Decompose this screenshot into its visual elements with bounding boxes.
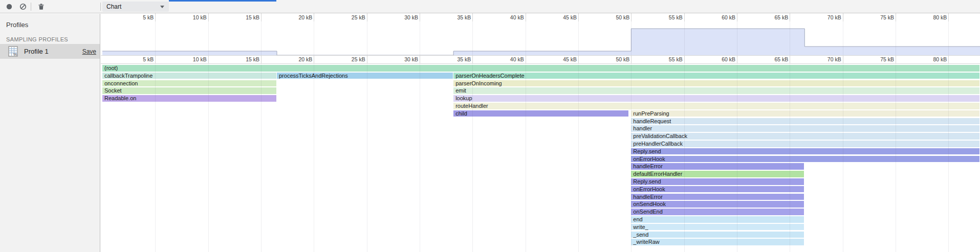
axis-tick xyxy=(896,13,896,21)
allocation-flame-chart: (root)callbackTrampolineprocessTicksAndR… xyxy=(101,64,980,252)
flame-frame-parserOnIncoming[interactable]: parserOnIncoming xyxy=(453,80,979,87)
flame-frame-_send[interactable]: _send xyxy=(631,232,804,238)
axis-tick xyxy=(737,56,737,63)
axis-tick-label: 45 kB xyxy=(546,14,577,20)
axis-tick-label: 10 kB xyxy=(176,56,207,62)
axis-tick-label: 65 kB xyxy=(757,14,788,20)
overview-area-chart xyxy=(101,21,980,55)
axis-tick-label: 45 kB xyxy=(546,56,577,62)
flame-frame-handler[interactable]: handler xyxy=(631,125,979,132)
flame-frame-Readable.on[interactable]: Readable.on xyxy=(102,95,276,102)
flame-frame-onErrorHook[interactable]: onErrorHook xyxy=(631,156,979,163)
toolbar: Chart xyxy=(0,0,980,13)
flame-frame-preValidationCallback[interactable]: preValidationCallback xyxy=(631,133,979,140)
flame-frame-handleError[interactable]: handleError xyxy=(631,163,804,170)
axis-tick xyxy=(155,56,156,63)
flame-frame-handleError[interactable]: handleError xyxy=(631,194,804,200)
axis-tick xyxy=(948,13,949,21)
flame-frame-_writeRaw[interactable]: _writeRaw xyxy=(631,239,804,245)
axis-tick-label: 20 kB xyxy=(281,14,312,20)
flame-frame-root[interactable]: (root) xyxy=(102,65,979,72)
record-icon xyxy=(6,3,13,10)
flame-frame-child[interactable]: child xyxy=(453,110,628,117)
flame-frame-Reply.send[interactable]: Reply.send xyxy=(631,178,804,185)
axis-tick xyxy=(472,13,473,21)
axis-tick-label: 15 kB xyxy=(229,14,259,20)
axis-tick-label: 80 kB xyxy=(916,14,947,20)
axis-tick-label: 25 kB xyxy=(335,56,365,62)
flame-frame-emit[interactable]: emit xyxy=(453,87,979,94)
axis-tick-label: 55 kB xyxy=(652,14,683,20)
flame-frame-processTicksAndRejections[interactable]: processTicksAndRejections xyxy=(277,73,453,79)
flame-frame-onSendHook[interactable]: onSendHook xyxy=(631,201,804,208)
sidebar-title: Profiles xyxy=(6,21,28,29)
axis-tick-label: 20 kB xyxy=(281,56,312,62)
save-profile-link[interactable]: Save xyxy=(82,48,96,55)
axis-tick xyxy=(208,56,209,63)
sampling-profiles-section-label: SAMPLING PROFILES xyxy=(6,36,68,42)
axis-tick xyxy=(843,56,843,63)
flame-frame-Reply.send[interactable]: Reply.send xyxy=(631,148,979,155)
axis-tick-label: 80 kB xyxy=(916,56,947,62)
svg-text:%: % xyxy=(13,52,17,57)
memory-overview-chart[interactable] xyxy=(101,21,980,55)
heap-profile-icon: % xyxy=(8,46,18,57)
axis-tick xyxy=(896,56,896,63)
clear-icon xyxy=(19,3,27,10)
axis-tick-label: 60 kB xyxy=(705,14,735,20)
axis-tick-label: 75 kB xyxy=(863,56,894,62)
flame-frame-onconnection[interactable]: onconnection xyxy=(102,80,276,87)
gridline xyxy=(314,64,314,252)
profiles-sidebar: Profiles SAMPLING PROFILES % Profile 1 S… xyxy=(0,14,100,252)
flame-frame-end[interactable]: end xyxy=(631,216,804,223)
flame-frame-lookup[interactable]: lookup xyxy=(453,95,979,102)
flame-frame-callbackTrampoline[interactable]: callbackTrampoline xyxy=(102,73,276,79)
axis-tick-label: 25 kB xyxy=(335,14,365,20)
axis-tick xyxy=(790,56,790,63)
delete-button[interactable] xyxy=(35,2,47,12)
axis-tick-label: 60 kB xyxy=(705,56,735,62)
view-mode-select[interactable]: Chart xyxy=(102,2,169,12)
chevron-down-icon xyxy=(160,6,164,8)
axis-tick-label: 50 kB xyxy=(599,56,629,62)
axis-tick-label: 5 kB xyxy=(123,14,154,20)
axis-tick xyxy=(843,13,843,21)
axis-tick-label: 10 kB xyxy=(176,14,207,20)
flame-frame-onSendEnd[interactable]: onSendEnd xyxy=(631,209,804,215)
axis-tick xyxy=(367,56,367,63)
profile-list-item[interactable]: % Profile 1 Save xyxy=(0,44,100,59)
axis-tick-label: 15 kB xyxy=(229,56,259,62)
axis-tick xyxy=(526,13,526,21)
flame-frame-Socket[interactable]: Socket xyxy=(102,87,276,94)
flame-frame-write_[interactable]: write_ xyxy=(631,224,804,231)
axis-tick-label: 5 kB xyxy=(123,56,154,62)
flame-frame-preHandlerCallback[interactable]: preHandlerCallback xyxy=(631,141,979,147)
gridline xyxy=(367,64,367,252)
axis-tick xyxy=(684,56,685,63)
toolbar-separator xyxy=(31,3,31,11)
axis-tick xyxy=(420,13,420,21)
flame-frame-handleRequest[interactable]: handleRequest xyxy=(631,118,979,125)
axis-tick-label: 35 kB xyxy=(440,56,471,62)
flame-frame-routeHandler[interactable]: routeHandler xyxy=(453,103,979,109)
axis-tick-label: 70 kB xyxy=(811,56,841,62)
axis-tick xyxy=(367,13,367,21)
flame-frame-runPreParsing[interactable]: runPreParsing xyxy=(631,110,979,117)
axis-tick xyxy=(261,56,262,63)
flame-frame-onErrorHook[interactable]: onErrorHook xyxy=(631,186,804,193)
axis-tick xyxy=(208,13,209,21)
clear-button[interactable] xyxy=(17,2,29,12)
profile-name: Profile 1 xyxy=(24,48,49,55)
flame-frame-defaultErrorHandler[interactable]: defaultErrorHandler xyxy=(631,171,804,177)
axis-tick xyxy=(526,56,526,63)
axis-tick-label: 75 kB xyxy=(863,14,894,20)
axis-tick xyxy=(684,13,685,21)
axis-tick xyxy=(631,56,631,63)
flame-frame-parserOnHeadersComplete[interactable]: parserOnHeadersComplete xyxy=(453,73,979,79)
view-mode-value: Chart xyxy=(106,3,121,10)
tab-indicator xyxy=(169,0,276,2)
axis-tick-label: 40 kB xyxy=(493,56,524,62)
record-button[interactable] xyxy=(3,2,15,12)
axis-tick-label: 35 kB xyxy=(440,14,471,20)
axis-tick xyxy=(261,13,262,21)
